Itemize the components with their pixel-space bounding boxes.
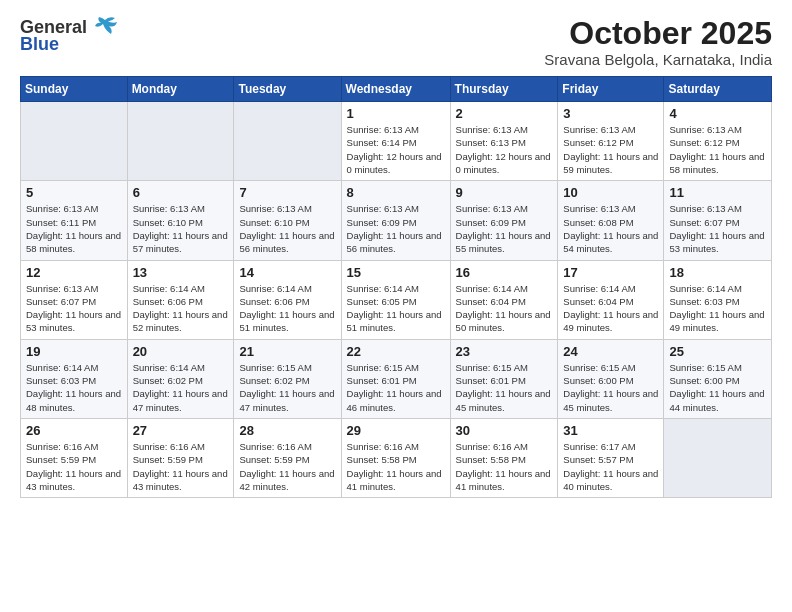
day-number: 21 xyxy=(239,344,335,359)
day-number: 14 xyxy=(239,265,335,280)
day-cell: 24Sunrise: 6:15 AM Sunset: 6:00 PM Dayli… xyxy=(558,339,664,418)
location-title: Sravana Belgola, Karnataka, India xyxy=(544,51,772,68)
header-monday: Monday xyxy=(127,77,234,102)
day-cell: 30Sunrise: 6:16 AM Sunset: 5:58 PM Dayli… xyxy=(450,418,558,497)
day-number: 22 xyxy=(347,344,445,359)
day-info: Sunrise: 6:17 AM Sunset: 5:57 PM Dayligh… xyxy=(563,440,658,493)
day-number: 23 xyxy=(456,344,553,359)
day-number: 3 xyxy=(563,106,658,121)
header: General Blue October 2025 Sravana Belgol… xyxy=(20,16,772,68)
day-info: Sunrise: 6:15 AM Sunset: 6:01 PM Dayligh… xyxy=(456,361,553,414)
day-info: Sunrise: 6:14 AM Sunset: 6:05 PM Dayligh… xyxy=(347,282,445,335)
calendar-table: SundayMondayTuesdayWednesdayThursdayFrid… xyxy=(20,76,772,498)
day-info: Sunrise: 6:13 AM Sunset: 6:10 PM Dayligh… xyxy=(133,202,229,255)
day-number: 5 xyxy=(26,185,122,200)
day-info: Sunrise: 6:15 AM Sunset: 6:01 PM Dayligh… xyxy=(347,361,445,414)
day-info: Sunrise: 6:13 AM Sunset: 6:07 PM Dayligh… xyxy=(669,202,766,255)
day-info: Sunrise: 6:16 AM Sunset: 5:59 PM Dayligh… xyxy=(26,440,122,493)
day-number: 7 xyxy=(239,185,335,200)
day-cell: 2Sunrise: 6:13 AM Sunset: 6:13 PM Daylig… xyxy=(450,102,558,181)
day-cell: 17Sunrise: 6:14 AM Sunset: 6:04 PM Dayli… xyxy=(558,260,664,339)
month-title: October 2025 xyxy=(544,16,772,51)
day-info: Sunrise: 6:14 AM Sunset: 6:06 PM Dayligh… xyxy=(239,282,335,335)
day-number: 27 xyxy=(133,423,229,438)
day-info: Sunrise: 6:13 AM Sunset: 6:11 PM Dayligh… xyxy=(26,202,122,255)
day-cell: 26Sunrise: 6:16 AM Sunset: 5:59 PM Dayli… xyxy=(21,418,128,497)
day-number: 18 xyxy=(669,265,766,280)
day-info: Sunrise: 6:14 AM Sunset: 6:03 PM Dayligh… xyxy=(26,361,122,414)
day-number: 17 xyxy=(563,265,658,280)
day-cell: 31Sunrise: 6:17 AM Sunset: 5:57 PM Dayli… xyxy=(558,418,664,497)
logo-bird-icon xyxy=(91,16,119,38)
day-cell: 7Sunrise: 6:13 AM Sunset: 6:10 PM Daylig… xyxy=(234,181,341,260)
day-cell: 29Sunrise: 6:16 AM Sunset: 5:58 PM Dayli… xyxy=(341,418,450,497)
calendar-header-row: SundayMondayTuesdayWednesdayThursdayFrid… xyxy=(21,77,772,102)
day-cell: 3Sunrise: 6:13 AM Sunset: 6:12 PM Daylig… xyxy=(558,102,664,181)
day-cell: 12Sunrise: 6:13 AM Sunset: 6:07 PM Dayli… xyxy=(21,260,128,339)
day-cell: 1Sunrise: 6:13 AM Sunset: 6:14 PM Daylig… xyxy=(341,102,450,181)
header-wednesday: Wednesday xyxy=(341,77,450,102)
week-row-5: 26Sunrise: 6:16 AM Sunset: 5:59 PM Dayli… xyxy=(21,418,772,497)
header-friday: Friday xyxy=(558,77,664,102)
logo-blue-text: Blue xyxy=(20,34,59,55)
day-cell: 28Sunrise: 6:16 AM Sunset: 5:59 PM Dayli… xyxy=(234,418,341,497)
day-cell: 23Sunrise: 6:15 AM Sunset: 6:01 PM Dayli… xyxy=(450,339,558,418)
day-number: 15 xyxy=(347,265,445,280)
day-number: 10 xyxy=(563,185,658,200)
day-number: 13 xyxy=(133,265,229,280)
day-cell: 15Sunrise: 6:14 AM Sunset: 6:05 PM Dayli… xyxy=(341,260,450,339)
week-row-2: 5Sunrise: 6:13 AM Sunset: 6:11 PM Daylig… xyxy=(21,181,772,260)
day-cell xyxy=(21,102,128,181)
day-number: 6 xyxy=(133,185,229,200)
page: General Blue October 2025 Sravana Belgol… xyxy=(0,0,792,612)
day-info: Sunrise: 6:13 AM Sunset: 6:14 PM Dayligh… xyxy=(347,123,445,176)
day-info: Sunrise: 6:14 AM Sunset: 6:04 PM Dayligh… xyxy=(563,282,658,335)
day-cell xyxy=(664,418,772,497)
day-number: 8 xyxy=(347,185,445,200)
day-cell: 4Sunrise: 6:13 AM Sunset: 6:12 PM Daylig… xyxy=(664,102,772,181)
week-row-3: 12Sunrise: 6:13 AM Sunset: 6:07 PM Dayli… xyxy=(21,260,772,339)
day-info: Sunrise: 6:13 AM Sunset: 6:07 PM Dayligh… xyxy=(26,282,122,335)
day-number: 24 xyxy=(563,344,658,359)
day-cell: 9Sunrise: 6:13 AM Sunset: 6:09 PM Daylig… xyxy=(450,181,558,260)
header-thursday: Thursday xyxy=(450,77,558,102)
day-number: 2 xyxy=(456,106,553,121)
day-info: Sunrise: 6:13 AM Sunset: 6:12 PM Dayligh… xyxy=(563,123,658,176)
day-cell: 25Sunrise: 6:15 AM Sunset: 6:00 PM Dayli… xyxy=(664,339,772,418)
week-row-1: 1Sunrise: 6:13 AM Sunset: 6:14 PM Daylig… xyxy=(21,102,772,181)
day-info: Sunrise: 6:15 AM Sunset: 6:00 PM Dayligh… xyxy=(563,361,658,414)
day-cell: 14Sunrise: 6:14 AM Sunset: 6:06 PM Dayli… xyxy=(234,260,341,339)
day-number: 16 xyxy=(456,265,553,280)
day-cell: 8Sunrise: 6:13 AM Sunset: 6:09 PM Daylig… xyxy=(341,181,450,260)
header-saturday: Saturday xyxy=(664,77,772,102)
day-number: 31 xyxy=(563,423,658,438)
day-info: Sunrise: 6:13 AM Sunset: 6:09 PM Dayligh… xyxy=(347,202,445,255)
day-number: 12 xyxy=(26,265,122,280)
day-number: 20 xyxy=(133,344,229,359)
day-info: Sunrise: 6:13 AM Sunset: 6:12 PM Dayligh… xyxy=(669,123,766,176)
day-cell: 21Sunrise: 6:15 AM Sunset: 6:02 PM Dayli… xyxy=(234,339,341,418)
day-number: 30 xyxy=(456,423,553,438)
day-cell: 22Sunrise: 6:15 AM Sunset: 6:01 PM Dayli… xyxy=(341,339,450,418)
day-cell: 11Sunrise: 6:13 AM Sunset: 6:07 PM Dayli… xyxy=(664,181,772,260)
day-cell: 13Sunrise: 6:14 AM Sunset: 6:06 PM Dayli… xyxy=(127,260,234,339)
day-number: 28 xyxy=(239,423,335,438)
day-number: 29 xyxy=(347,423,445,438)
day-cell xyxy=(127,102,234,181)
day-info: Sunrise: 6:16 AM Sunset: 5:59 PM Dayligh… xyxy=(133,440,229,493)
day-cell: 20Sunrise: 6:14 AM Sunset: 6:02 PM Dayli… xyxy=(127,339,234,418)
day-number: 11 xyxy=(669,185,766,200)
day-cell: 18Sunrise: 6:14 AM Sunset: 6:03 PM Dayli… xyxy=(664,260,772,339)
day-number: 9 xyxy=(456,185,553,200)
header-tuesday: Tuesday xyxy=(234,77,341,102)
header-sunday: Sunday xyxy=(21,77,128,102)
day-info: Sunrise: 6:16 AM Sunset: 5:58 PM Dayligh… xyxy=(347,440,445,493)
day-info: Sunrise: 6:14 AM Sunset: 6:03 PM Dayligh… xyxy=(669,282,766,335)
day-info: Sunrise: 6:14 AM Sunset: 6:02 PM Dayligh… xyxy=(133,361,229,414)
day-number: 19 xyxy=(26,344,122,359)
day-number: 26 xyxy=(26,423,122,438)
day-number: 1 xyxy=(347,106,445,121)
day-info: Sunrise: 6:15 AM Sunset: 6:02 PM Dayligh… xyxy=(239,361,335,414)
logo: General Blue xyxy=(20,16,119,55)
day-cell: 10Sunrise: 6:13 AM Sunset: 6:08 PM Dayli… xyxy=(558,181,664,260)
